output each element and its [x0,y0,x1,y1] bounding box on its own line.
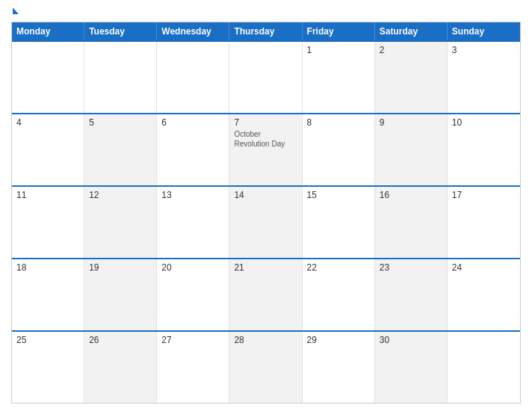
cal-cell [157,42,229,113]
cal-day-number: 13 [161,190,224,200]
cal-day-number: 15 [307,190,370,200]
cal-week: 18192021222324 [12,258,520,330]
calendar: MondayTuesdayWednesdayThursdayFridaySatu… [11,22,521,404]
cal-day-number: 6 [161,117,224,128]
cal-header-cell: Saturday [375,22,448,40]
logo-triangle-icon [13,7,19,14]
cal-cell: 19 [84,259,157,330]
cal-header-cell: Monday [12,22,84,40]
cal-day-number: 12 [89,190,152,200]
cal-week: 123 [12,40,520,113]
header [11,7,521,16]
cal-cell: 7October Revolution Day [229,114,302,185]
cal-cell: 11 [12,187,84,258]
cal-cell: 5 [84,114,157,185]
cal-day-number: 24 [452,262,516,273]
cal-day-number: 19 [89,262,152,273]
cal-cell: 1 [303,42,375,113]
cal-day-number: 9 [380,117,442,128]
cal-day-number: 3 [452,45,516,55]
cal-cell: 20 [157,259,229,330]
cal-cell: 23 [375,259,448,330]
page: MondayTuesdayWednesdayThursdayFridaySatu… [0,0,532,411]
cal-day-number: 27 [161,335,224,345]
cal-day-number: 16 [380,190,442,200]
cal-cell: 27 [157,332,229,403]
cal-week: 4567October Revolution Day8910 [12,113,520,185]
cal-day-number: 23 [380,262,442,273]
cal-cell: 30 [375,332,448,403]
cal-cell [229,42,302,113]
cal-cell [448,332,520,403]
cal-week: 252627282930 [12,330,520,403]
calendar-body: 1234567October Revolution Day89101112131… [12,40,520,403]
cal-day-number: 25 [16,335,79,345]
cal-cell: 15 [303,187,375,258]
cal-day-number: 8 [307,117,370,128]
cal-cell: 28 [229,332,302,403]
cal-cell: 13 [157,187,229,258]
cal-day-number: 17 [452,190,516,200]
cal-cell: 29 [303,332,375,403]
cal-day-number: 18 [16,262,79,273]
cal-cell: 17 [448,187,520,258]
cal-cell: 21 [229,259,302,330]
cal-header-cell: Friday [303,22,375,40]
cal-day-number: 4 [16,117,79,128]
cal-day-number: 29 [307,335,370,345]
cal-day-number: 30 [380,335,442,345]
logo [11,7,19,16]
cal-cell: 26 [84,332,157,403]
cal-cell: 10 [448,114,520,185]
cal-cell: 14 [229,187,302,258]
cal-day-number: 21 [234,262,297,273]
cal-header-cell: Tuesday [84,22,157,40]
cal-day-number: 26 [89,335,152,345]
cal-event: October Revolution Day [234,129,297,149]
cal-cell: 4 [12,114,84,185]
cal-cell [12,42,84,113]
calendar-header: MondayTuesdayWednesdayThursdayFridaySatu… [12,22,520,40]
cal-header-cell: Thursday [229,22,302,40]
cal-cell: 8 [303,114,375,185]
cal-cell: 25 [12,332,84,403]
cal-day-number: 1 [307,45,370,55]
cal-cell: 6 [157,114,229,185]
cal-header-cell: Wednesday [157,22,229,40]
cal-cell: 9 [375,114,448,185]
cal-day-number: 11 [16,190,79,200]
cal-header-cell: Sunday [448,22,520,40]
cal-cell: 2 [375,42,448,113]
cal-cell: 18 [12,259,84,330]
cal-cell: 12 [84,187,157,258]
cal-cell: 16 [375,187,448,258]
cal-week: 11121314151617 [12,185,520,258]
cal-day-number: 10 [452,117,516,128]
cal-day-number: 7 [234,117,297,128]
cal-cell [84,42,157,113]
cal-day-number: 20 [161,262,224,273]
cal-day-number: 2 [380,45,442,55]
cal-day-number: 28 [234,335,297,345]
cal-day-number: 22 [307,262,370,273]
cal-day-number: 14 [234,190,297,200]
cal-day-number: 5 [89,117,152,128]
cal-cell: 24 [448,259,520,330]
cal-cell: 22 [303,259,375,330]
cal-cell: 3 [448,42,520,113]
